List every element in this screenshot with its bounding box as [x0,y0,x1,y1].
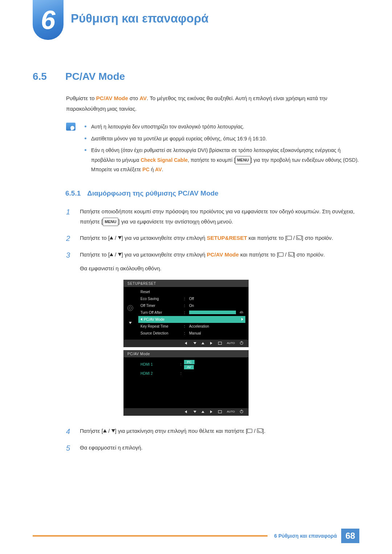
select-icon [287,236,292,240]
note-icon [66,123,75,131]
auto-label: AUTO [227,410,235,413]
gear-icon [127,305,133,311]
step-number: 1 [66,206,73,227]
up-arrow-icon [110,253,113,256]
up-arrow-icon [201,342,204,344]
enter-icon [296,235,302,240]
footer-bar [33,535,268,537]
up-arrow-icon [103,429,107,432]
note-list: Αυτή η λειτουργία δεν υποστηρίζει τον αν… [85,122,359,177]
note-item: Αυτή η λειτουργία δεν υποστηρίζει τον αν… [85,122,359,132]
osd-header: PC/AV Mode [124,350,248,357]
back-icon [185,410,188,414]
enter-icon [288,252,294,257]
osd-header: SETUP&RESET [124,280,248,287]
forward-icon [209,341,213,345]
step-body: Πατήστε το [ / ] για να μετακινηθείτε στ… [80,250,359,274]
back-icon [185,341,188,345]
step-body: Πατήστε οποιοδήποτε κουμπί στην πρόσοψη … [80,206,359,227]
select-icon [247,429,252,433]
section-number: 6.5 [33,71,56,82]
down-arrow-icon [118,253,122,256]
subsection-title: Διαμόρφωση της ρύθμισης PC/AV Mode [87,189,219,197]
enter-icon [218,342,222,345]
enter-icon [218,410,222,413]
down-arrow-icon [118,236,122,239]
step-body: Πατήστε το [ / ] για να μετακινηθείτε στ… [80,233,359,244]
up-arrow-icon [201,411,204,413]
section-title: PC/AV Mode [65,71,125,82]
osd-pcav-mode: PC/AV Mode HDMI 1: PC AV HDMI 2: [123,350,249,416]
step-body: Πατήστε [ / ] για μετακίνηση στην επιλογ… [80,426,359,437]
chapter-number-badge: 6 [33,0,64,40]
osd-menu-rows: Reset Eco Saving:Off Off Timer:On Turn O… [137,287,248,340]
step-number: 3 [66,250,73,274]
subsection-number: 6.5.1 [65,189,81,197]
osd-footer-controls: AUTO [124,408,248,415]
up-arrow-icon [110,236,113,239]
power-icon [240,410,243,413]
auto-label: AUTO [227,341,235,345]
intro-paragraph: Ρυθμίστε το PC/AV Mode στο AV. Το μέγεθο… [66,93,359,114]
menu-key: MENU [235,156,250,164]
footer-label: 6 Ρύθμιση και επαναφορά [274,533,337,539]
note-item: Διατίθεται μόνον για τα μοντέλα με φορμά… [85,134,359,144]
enter-icon [257,428,262,433]
step-number: 5 [66,443,73,454]
down-arrow-icon [193,411,196,413]
page-number: 68 [341,529,359,543]
page-footer: 6 Ρύθμιση και επαναφορά 68 [33,529,359,543]
step-body: Θα εφαρμοστεί η επιλογή. [80,443,359,454]
power-icon [240,341,243,345]
osd-setup-reset: SETUP&RESET Reset Eco Saving:Off Off Tim… [123,280,249,347]
menu-key: MENU [103,218,118,226]
chapter-title: Ρύθμιση και επαναφορά [71,12,209,25]
down-arrow-icon [129,322,132,324]
osd-footer-controls: AUTO [124,340,248,347]
step-number: 4 [66,426,73,437]
step-number: 2 [66,233,73,244]
forward-icon [209,410,213,414]
down-arrow-icon [193,342,196,344]
select-icon [278,253,283,257]
note-item: Εάν η οθόνη (όταν έχει ρυθμιστεί σε λειτ… [85,145,359,175]
down-arrow-icon [111,429,115,432]
